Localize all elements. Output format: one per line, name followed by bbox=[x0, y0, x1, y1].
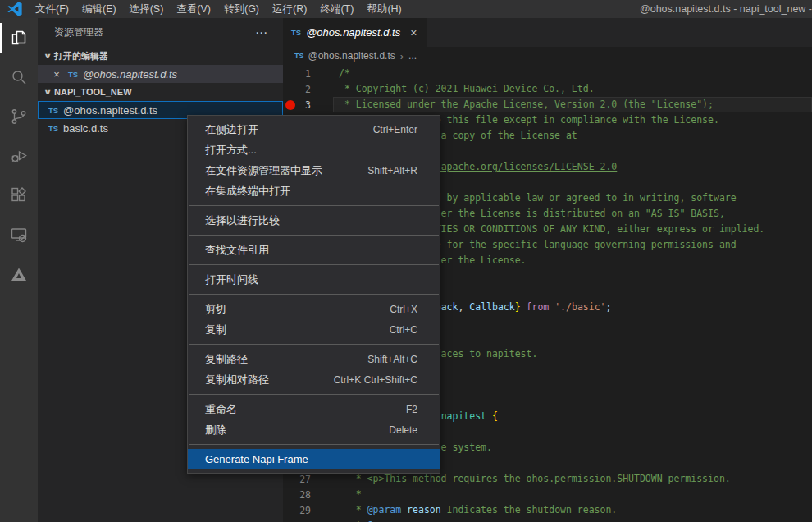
typescript-file-icon: TS bbox=[47, 124, 60, 133]
code-text: /* bbox=[339, 66, 812, 81]
title-bar: 文件(F)编辑(E)选择(S)查看(V)转到(G)运行(R)终端(T)帮助(H)… bbox=[0, 0, 812, 18]
breadcrumb-tail[interactable]: ... bbox=[408, 50, 417, 62]
sidebar-title: 资源管理器 bbox=[54, 25, 103, 39]
activity-bar bbox=[0, 18, 38, 522]
more-actions-icon[interactable]: ⋯ bbox=[250, 25, 273, 40]
window-title: @ohos.napitest.d.ts - napi_tool_new - V bbox=[640, 0, 812, 18]
triangle-tool-icon[interactable] bbox=[0, 254, 38, 294]
line-number: 2 bbox=[305, 84, 311, 95]
context-menu-item-delete[interactable]: 删除Delete bbox=[188, 419, 440, 440]
menu-item-label: 打开方式... bbox=[205, 143, 417, 158]
menu-item-shortcut: F2 bbox=[406, 404, 417, 415]
open-editors-list: ×TS@ohos.napitest.d.ts bbox=[38, 65, 283, 83]
editor-tab[interactable]: TS @ohos.napitest.d.ts × bbox=[283, 18, 427, 47]
context-menu-item-rename[interactable]: 重命名F2 bbox=[188, 399, 440, 419]
context-menu-item-open-to-side[interactable]: 在侧边打开Ctrl+Enter bbox=[188, 119, 440, 140]
gutter-line-1[interactable]: 1 bbox=[283, 66, 339, 81]
gutter-line-29[interactable]: 29 bbox=[283, 502, 339, 518]
context-menu-item-open-timeline[interactable]: 打开时间线 bbox=[188, 269, 440, 290]
code-line-2: 2 * Copyright (c) 2021 Huawei Device Co.… bbox=[283, 81, 812, 97]
tab-bar: TS @ohos.napitest.d.ts × bbox=[283, 18, 812, 47]
menu-item-label: 在集成终端中打开 bbox=[205, 184, 417, 199]
menu-item-label: Generate Napi Frame bbox=[205, 453, 417, 465]
menu-item-shortcut: Ctrl+K Ctrl+Shift+C bbox=[334, 374, 417, 386]
menu-item-label: 剪切 bbox=[205, 302, 390, 317]
code-line-30: 30 * @param bbox=[283, 518, 812, 522]
gutter-line-30[interactable]: 30 bbox=[283, 518, 339, 522]
debug-play-bug-icon[interactable] bbox=[0, 136, 38, 176]
tab-close-icon[interactable]: × bbox=[408, 26, 418, 39]
menubar-item-selection[interactable]: 选择(S) bbox=[123, 0, 171, 18]
close-icon[interactable]: × bbox=[50, 68, 63, 80]
git-branch-icon[interactable] bbox=[0, 97, 38, 136]
remote-monitor-icon[interactable] bbox=[0, 215, 38, 254]
typescript-file-icon: TS bbox=[66, 70, 80, 79]
menu-separator bbox=[189, 235, 439, 236]
code-line-1: 1/* bbox=[283, 66, 812, 81]
context-menu-item-open-in-integrated-terminal[interactable]: 在集成终端中打开 bbox=[188, 181, 440, 201]
file-name: basic.d.ts bbox=[63, 122, 108, 135]
breadcrumb-separator-icon: › bbox=[400, 50, 404, 62]
context-menu-item-generate-napi-frame[interactable]: Generate Napi Frame bbox=[188, 449, 440, 469]
menu-separator bbox=[189, 294, 439, 295]
menu-item-label: 删除 bbox=[205, 423, 389, 437]
code-text: * Licensed under the Apache License, Ver… bbox=[333, 97, 812, 112]
context-menu-item-copy-relative-path[interactable]: 复制相对路径Ctrl+K Ctrl+Shift+C bbox=[188, 369, 440, 390]
workspace-section-header[interactable]: ∨ NAPI_TOOL_NEW bbox=[38, 83, 283, 101]
tree-item-@ohos.napitest.d.ts[interactable]: ×TS@ohos.napitest.d.ts bbox=[38, 65, 283, 83]
typescript-file-icon: TS bbox=[294, 52, 304, 60]
breadcrumb-file[interactable]: @ohos.napitest.d.ts bbox=[308, 50, 395, 62]
menu-item-label: 查找文件引用 bbox=[205, 243, 417, 258]
menubar-item-run[interactable]: 运行(R) bbox=[266, 0, 313, 18]
gutter-line-3[interactable]: 3 bbox=[283, 97, 339, 112]
context-menu: 在侧边打开Ctrl+Enter打开方式...在文件资源管理器中显示Shift+A… bbox=[187, 115, 440, 474]
vscode-window: 文件(F)编辑(E)选择(S)查看(V)转到(G)运行(R)终端(T)帮助(H)… bbox=[0, 0, 812, 522]
gutter-line-28[interactable]: 28 bbox=[283, 487, 339, 502]
file-name: @ohos.napitest.d.ts bbox=[63, 104, 157, 117]
menu-item-label: 在文件资源管理器中显示 bbox=[205, 163, 367, 178]
code-text: * bbox=[339, 487, 812, 502]
line-number: 29 bbox=[299, 505, 311, 516]
context-menu-item-copy[interactable]: 复制Ctrl+C bbox=[188, 319, 440, 340]
chevron-down-icon: ∨ bbox=[39, 88, 57, 96]
typescript-file-icon: TS bbox=[291, 28, 301, 37]
extensions-squares-icon[interactable] bbox=[0, 176, 38, 215]
context-menu-item-copy-path[interactable]: 复制路径Shift+Alt+C bbox=[188, 349, 440, 369]
menubar-item-go[interactable]: 转到(G) bbox=[217, 0, 266, 18]
breakpoint-icon[interactable] bbox=[285, 100, 295, 110]
code-line-3: 3 * Licensed under the Apache License, V… bbox=[283, 97, 812, 112]
menu-item-shortcut: Ctrl+X bbox=[390, 304, 417, 315]
menu-item-shortcut: Delete bbox=[389, 424, 417, 436]
menu-separator bbox=[189, 205, 439, 206]
code-text: * Copyright (c) 2021 Huawei Device Co., … bbox=[339, 81, 812, 97]
sidebar-header: 资源管理器 ⋯ bbox=[38, 18, 283, 47]
context-menu-item-cut[interactable]: 剪切Ctrl+X bbox=[188, 299, 440, 319]
context-menu-item-reveal-in-file-explorer[interactable]: 在文件资源管理器中显示Shift+Alt+R bbox=[188, 160, 440, 181]
line-number: 3 bbox=[305, 99, 311, 111]
menubar-item-file[interactable]: 文件(F) bbox=[29, 0, 75, 18]
code-line-29: 29 * @param reason Indicates the shutdow… bbox=[283, 502, 812, 518]
menubar-item-help[interactable]: 帮助(H) bbox=[360, 0, 408, 18]
tab-title: @ohos.napitest.d.ts bbox=[306, 26, 400, 39]
menu-separator bbox=[189, 344, 439, 345]
menu-item-label: 选择以进行比较 bbox=[205, 213, 417, 228]
gutter-line-2[interactable]: 2 bbox=[283, 81, 339, 97]
context-menu-item-select-for-compare[interactable]: 选择以进行比较 bbox=[188, 210, 440, 231]
open-editors-section-header[interactable]: ∨ 打开的编辑器 bbox=[38, 47, 283, 65]
menu-item-shortcut: Ctrl+Enter bbox=[373, 124, 417, 135]
context-menu-item-open-with[interactable]: 打开方式... bbox=[188, 140, 440, 160]
code-line-28: 28 * bbox=[283, 487, 812, 502]
search-icon[interactable] bbox=[0, 57, 38, 97]
menubar-item-view[interactable]: 查看(V) bbox=[170, 0, 217, 18]
line-number: 27 bbox=[299, 474, 311, 485]
menubar-item-edit[interactable]: 编辑(E) bbox=[75, 0, 123, 18]
context-menu-item-find-file-references[interactable]: 查找文件引用 bbox=[188, 240, 440, 260]
breadcrumb[interactable]: TS @ohos.napitest.d.ts › ... bbox=[283, 47, 812, 65]
files-explorer-icon[interactable] bbox=[0, 18, 38, 57]
menu-separator bbox=[189, 394, 439, 395]
file-name: @ohos.napitest.d.ts bbox=[83, 68, 177, 80]
menu-item-label: 复制 bbox=[205, 323, 390, 337]
line-number: 1 bbox=[305, 68, 311, 80]
menu-item-label: 复制路径 bbox=[205, 352, 367, 367]
menubar-item-terminal[interactable]: 终端(T) bbox=[313, 0, 360, 18]
